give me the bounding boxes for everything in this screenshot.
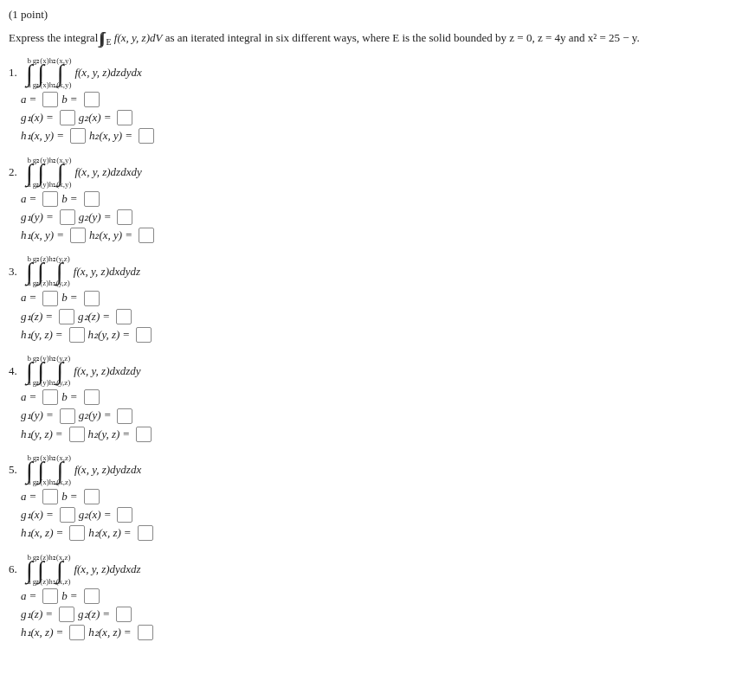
a-input[interactable] <box>42 588 58 604</box>
b-input[interactable] <box>84 588 100 604</box>
h1-input[interactable] <box>69 525 85 541</box>
g2-input[interactable] <box>117 507 132 523</box>
prompt-integrand: f(x, y, z)dV <box>114 31 163 44</box>
problem-2: 2.b∫ag₂(y)∫g₁(y)h₂(x,y)∫h₁(x,y)f(x, y, z… <box>9 157 720 244</box>
h1-h2-line: h₁(x, y)=h₂(x, y)= <box>21 128 720 144</box>
b-input[interactable] <box>84 291 100 306</box>
g1-label: g₁(z) <box>21 309 42 324</box>
h1-input[interactable] <box>70 128 86 144</box>
g1-g2-line: g₁(x)=g₂(x)= <box>21 110 720 125</box>
h1-h2-line: h₁(y, z)=h₂(y, z)= <box>21 327 720 343</box>
problem-6: 6.b∫ag₂(z)∫g₁(z)h₂(x,z)∫h₁(x,z)f(x, y, z… <box>9 554 720 641</box>
equals-sign: = <box>124 525 132 541</box>
equals-sign: = <box>125 128 132 144</box>
b-label: b <box>61 588 68 604</box>
inner-integral-lower: h₁(x,y) <box>49 181 72 189</box>
inner-integral: h₂(x,z)∫h₁(x,z) <box>48 554 70 586</box>
g1-input[interactable] <box>60 110 75 125</box>
a-input[interactable] <box>42 389 58 405</box>
g2-label: g₂(x) <box>79 110 101 125</box>
equals-sign: = <box>70 588 78 604</box>
g1-label: g₁(y) <box>21 408 43 423</box>
a-input[interactable] <box>42 92 58 107</box>
problem-number: 2. <box>9 164 26 180</box>
g2-input[interactable] <box>116 309 132 324</box>
h1-label: h₁(x, y) <box>21 228 54 243</box>
h1-h2-line: h₁(y, z)=h₂(y, z)= <box>21 427 720 442</box>
g1-input[interactable] <box>60 408 75 424</box>
equals-sign: = <box>104 408 112 423</box>
a-input[interactable] <box>42 291 58 306</box>
equals-sign: = <box>46 110 54 125</box>
h2-input[interactable] <box>138 525 153 541</box>
h1-input[interactable] <box>69 327 85 343</box>
middle-integral-lower: g₁(y) <box>33 379 49 387</box>
b-label: b <box>61 489 68 504</box>
points-label: (1 point) <box>9 7 720 22</box>
g1-g2-line: g₁(x)=g₂(x)= <box>21 507 720 523</box>
middle-integral-lower: g₁(z) <box>33 578 49 586</box>
h2-label: h₂(x, y) <box>89 128 122 144</box>
equals-sign: = <box>45 309 53 324</box>
h2-label: h₂(y, z) <box>88 327 120 343</box>
equals-sign: = <box>70 92 78 107</box>
g2-input[interactable] <box>116 607 132 622</box>
h2-input[interactable] <box>139 228 154 243</box>
equals-sign: = <box>29 191 37 207</box>
integral-expression: 2.b∫ag₂(y)∫g₁(y)h₂(x,y)∫h₁(x,y)f(x, y, z… <box>9 157 720 189</box>
g1-g2-line: g₁(y)=g₂(y)= <box>21 408 720 423</box>
equals-sign: = <box>29 290 37 305</box>
inner-integral-lower: h₁(x,z) <box>49 478 71 486</box>
equals-sign: = <box>122 327 130 343</box>
h2-input[interactable] <box>139 128 154 144</box>
middle-integral: g₂(z)∫g₁(z) <box>33 554 49 586</box>
outer-integral: b∫a <box>26 157 33 189</box>
problem-number: 5. <box>9 462 26 478</box>
equals-sign: = <box>104 110 112 125</box>
inner-integral: h₂(x,z)∫h₁(x,z) <box>49 454 71 486</box>
h1-input[interactable] <box>70 228 86 243</box>
equals-sign: = <box>46 507 54 523</box>
equals-sign: = <box>29 92 37 107</box>
b-input[interactable] <box>84 389 100 405</box>
prompt-text: Express the integral ∫∫∫E f(x, y, z)dV a… <box>9 26 720 48</box>
h2-label: h₂(x, z) <box>88 625 121 640</box>
g2-input[interactable] <box>117 408 132 424</box>
outer-integral: b∫a <box>26 554 33 586</box>
a-input[interactable] <box>42 489 58 504</box>
triple-integral: b∫ag₂(x)∫g₁(x)h₂(x,y)∫h₁(x,y) <box>26 57 71 89</box>
g2-input[interactable] <box>117 209 132 225</box>
g1-input[interactable] <box>59 309 74 324</box>
g2-input[interactable] <box>117 110 132 125</box>
integral-expression: 6.b∫ag₂(z)∫g₁(z)h₂(x,z)∫h₁(x,z)f(x, y, z… <box>9 554 720 586</box>
g2-label: g₂(y) <box>79 209 101 225</box>
g1-input[interactable] <box>60 507 75 523</box>
h1-input[interactable] <box>69 625 85 640</box>
b-input[interactable] <box>84 191 100 207</box>
h1-input[interactable] <box>69 427 85 442</box>
inner-integral-lower: h₁(y,z) <box>49 379 71 387</box>
equals-sign: = <box>70 489 78 504</box>
b-label: b <box>61 191 68 207</box>
a-b-line: a=b= <box>21 588 720 604</box>
outer-integral-lower: a <box>28 181 31 189</box>
g1-input[interactable] <box>59 607 74 622</box>
a-b-line: a=b= <box>21 389 720 405</box>
equals-sign: = <box>46 209 54 225</box>
b-input[interactable] <box>84 489 100 504</box>
h2-input[interactable] <box>136 427 152 442</box>
problem-number: 3. <box>9 264 26 279</box>
inner-integral: h₂(x,y)∫h₁(x,y) <box>49 157 72 189</box>
h2-input[interactable] <box>138 625 153 640</box>
middle-integral: g₂(x)∫g₁(x) <box>33 57 49 89</box>
triple-integral: b∫ag₂(z)∫g₁(z)h₂(y,z)∫h₁(y,z) <box>26 255 70 287</box>
a-input[interactable] <box>42 191 58 207</box>
a-b-line: a=b= <box>21 489 720 504</box>
outer-integral-lower: a <box>28 478 31 486</box>
g2-label: g₂(z) <box>78 607 100 622</box>
b-input[interactable] <box>84 92 100 107</box>
h2-input[interactable] <box>136 327 152 343</box>
equals-sign: = <box>29 389 37 405</box>
g1-input[interactable] <box>60 209 75 225</box>
a-label: a <box>21 191 27 207</box>
